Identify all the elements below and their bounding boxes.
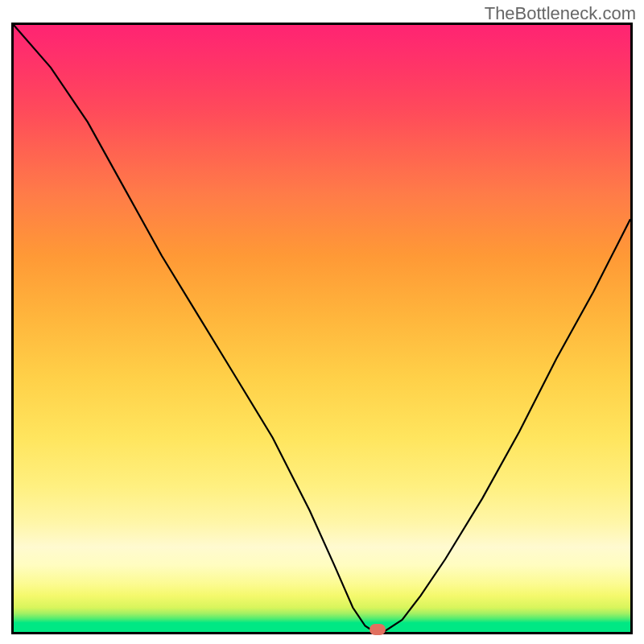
optimal-point-marker bbox=[369, 624, 386, 635]
chart-curve-svg bbox=[14, 25, 630, 632]
bottleneck-curve-line bbox=[14, 25, 630, 632]
chart-container: TheBottleneck.com bbox=[0, 0, 644, 644]
watermark-text: TheBottleneck.com bbox=[485, 3, 636, 24]
chart-plot-area bbox=[11, 23, 633, 634]
